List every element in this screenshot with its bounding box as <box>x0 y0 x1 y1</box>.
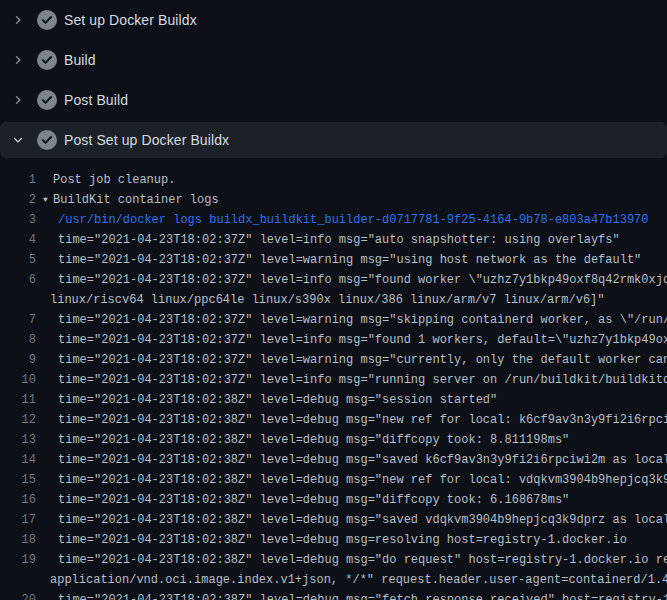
log-line-text: time="2021-04-23T18:02:38Z" level=debug … <box>58 590 667 600</box>
log-line-number[interactable]: 19 <box>0 550 36 570</box>
log-command-text: /usr/bin/docker logs buildx_buildkit_bui… <box>58 210 649 230</box>
log-line: 3/usr/bin/docker logs buildx_buildkit_bu… <box>0 210 667 230</box>
log-line: 12time="2021-04-23T18:02:38Z" level=debu… <box>0 410 667 430</box>
log-line-text: BuildKit container logs <box>53 190 219 210</box>
check-circle-icon <box>37 10 57 30</box>
chevron-down-icon <box>12 134 24 146</box>
log-line-number[interactable]: 11 <box>0 390 36 410</box>
log-line: 5time="2021-04-23T18:02:37Z" level=warni… <box>0 250 667 270</box>
log-line-text: time="2021-04-23T18:02:38Z" level=debug … <box>58 510 667 530</box>
step-label: Set up Docker Buildx <box>64 12 197 28</box>
log-line-text: time="2021-04-23T18:02:37Z" level=info m… <box>58 230 620 250</box>
log-line-number <box>0 570 36 590</box>
step-label: Post Build <box>64 92 128 108</box>
log-line-number[interactable]: 16 <box>0 490 36 510</box>
log-line-number[interactable]: 7 <box>0 310 36 330</box>
log-line-number[interactable]: 1 <box>0 170 36 190</box>
log-line: application/vnd.oci.image.index.v1+json,… <box>0 570 667 590</box>
log-line: 2▼BuildKit container logs <box>0 190 667 210</box>
log-line-number[interactable]: 17 <box>0 510 36 530</box>
log-line: 7time="2021-04-23T18:02:37Z" level=warni… <box>0 310 667 330</box>
log-line-text: time="2021-04-23T18:02:38Z" level=debug … <box>58 430 569 450</box>
log-line-text: time="2021-04-23T18:02:37Z" level=info m… <box>58 270 667 290</box>
step-row[interactable]: Post Set up Docker Buildx <box>0 122 667 158</box>
group-caret-icon[interactable]: ▼ <box>43 190 53 210</box>
log-line-text: time="2021-04-23T18:02:38Z" level=debug … <box>58 410 667 430</box>
log-line-text: time="2021-04-23T18:02:38Z" level=debug … <box>58 390 497 410</box>
log-line-number <box>0 290 36 310</box>
log-line: 8time="2021-04-23T18:02:37Z" level=info … <box>0 330 667 350</box>
actions-log-panel: Set up Docker BuildxBuildPost BuildPost … <box>0 0 667 600</box>
log-line-number[interactable]: 20 <box>0 590 36 600</box>
log-line-number[interactable]: 6 <box>0 270 36 290</box>
log-line-text: time="2021-04-23T18:02:37Z" level=info m… <box>58 330 667 350</box>
log-line: 17time="2021-04-23T18:02:38Z" level=debu… <box>0 510 667 530</box>
log-line-number[interactable]: 2 <box>0 190 36 210</box>
step-label: Post Set up Docker Buildx <box>64 132 229 148</box>
steps-list: Set up Docker BuildxBuildPost BuildPost … <box>0 0 667 158</box>
log-line-text: time="2021-04-23T18:02:37Z" level=warnin… <box>58 250 641 270</box>
log-line: 4time="2021-04-23T18:02:37Z" level=info … <box>0 230 667 250</box>
check-circle-icon <box>37 90 57 110</box>
check-circle-icon <box>37 130 57 150</box>
log-line-number[interactable]: 8 <box>0 330 36 350</box>
log-line-text: linux/riscv64 linux/ppc64le linux/s390x … <box>50 290 605 310</box>
log-line: 18time="2021-04-23T18:02:38Z" level=debu… <box>0 530 667 550</box>
log-line-number[interactable]: 4 <box>0 230 36 250</box>
chevron-right-icon <box>12 94 24 106</box>
log-line-text: time="2021-04-23T18:02:38Z" level=debug … <box>58 470 667 490</box>
log-line-number[interactable]: 5 <box>0 250 36 270</box>
log-line-text: time="2021-04-23T18:02:38Z" level=debug … <box>58 450 667 470</box>
log-line-number[interactable]: 15 <box>0 470 36 490</box>
log-line-number[interactable]: 10 <box>0 370 36 390</box>
log-line-text: Post job cleanup. <box>53 170 175 190</box>
log-line-text: application/vnd.oci.image.index.v1+json,… <box>50 570 667 590</box>
log-line-text: time="2021-04-23T18:02:38Z" level=debug … <box>58 530 627 550</box>
log-line: 19time="2021-04-23T18:02:38Z" level=debu… <box>0 550 667 570</box>
log-line: linux/riscv64 linux/ppc64le linux/s390x … <box>0 290 667 310</box>
log-line: 16time="2021-04-23T18:02:38Z" level=debu… <box>0 490 667 510</box>
log-line: 11time="2021-04-23T18:02:38Z" level=debu… <box>0 390 667 410</box>
log-line-text: time="2021-04-23T18:02:37Z" level=warnin… <box>58 310 667 330</box>
log-line: 14time="2021-04-23T18:02:38Z" level=debu… <box>0 450 667 470</box>
log-line-number[interactable]: 14 <box>0 450 36 470</box>
log-line: 6time="2021-04-23T18:02:37Z" level=info … <box>0 270 667 290</box>
step-row[interactable]: Set up Docker Buildx <box>0 0 667 40</box>
log-line: 13time="2021-04-23T18:02:38Z" level=debu… <box>0 430 667 450</box>
log-line-text: time="2021-04-23T18:02:37Z" level=warnin… <box>58 350 667 370</box>
log-line-number[interactable]: 12 <box>0 410 36 430</box>
log-line-number[interactable]: 3 <box>0 210 36 230</box>
log-line: 10time="2021-04-23T18:02:37Z" level=info… <box>0 370 667 390</box>
log-line-number[interactable]: 18 <box>0 530 36 550</box>
step-row[interactable]: Post Build <box>0 80 667 120</box>
log-line: 1Post job cleanup. <box>0 170 667 190</box>
step-row[interactable]: Build <box>0 40 667 80</box>
log-line-text: time="2021-04-23T18:02:38Z" level=debug … <box>58 550 667 570</box>
log-line-number[interactable]: 9 <box>0 350 36 370</box>
log-line-text: time="2021-04-23T18:02:37Z" level=info m… <box>58 370 667 390</box>
chevron-right-icon <box>12 14 24 26</box>
log-line-text: time="2021-04-23T18:02:38Z" level=debug … <box>58 490 569 510</box>
step-label: Build <box>64 52 96 68</box>
log-line: 9time="2021-04-23T18:02:37Z" level=warni… <box>0 350 667 370</box>
log-line: 20time="2021-04-23T18:02:38Z" level=debu… <box>0 590 667 600</box>
log-viewer[interactable]: 1Post job cleanup.2▼BuildKit container l… <box>0 160 667 600</box>
log-line: 15time="2021-04-23T18:02:38Z" level=debu… <box>0 470 667 490</box>
check-circle-icon <box>37 50 57 70</box>
log-line-number[interactable]: 13 <box>0 430 36 450</box>
chevron-right-icon <box>12 54 24 66</box>
